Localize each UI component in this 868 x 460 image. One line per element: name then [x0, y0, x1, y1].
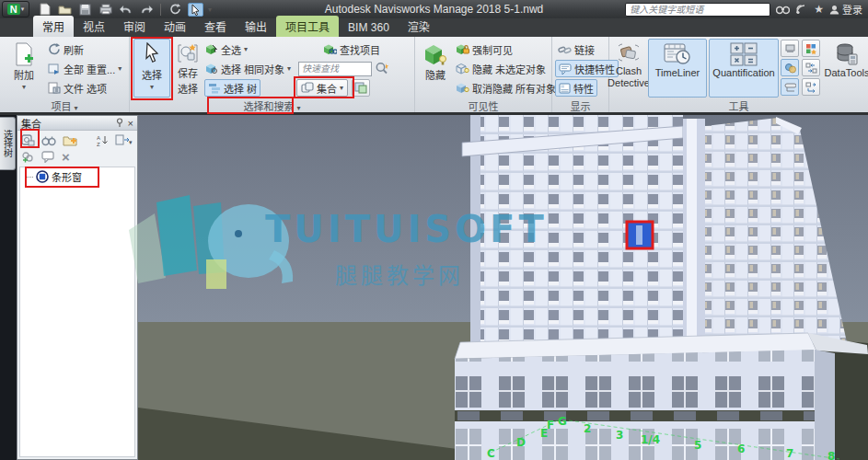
reset-all-button[interactable]: 全部 重置...▾: [48, 60, 122, 77]
sort-button[interactable]: AZ: [97, 134, 110, 148]
appearance-tool-button[interactable]: [781, 59, 799, 76]
select-button[interactable]: 选择▾: [133, 39, 170, 98]
grid-label: 2: [584, 422, 591, 435]
redo-button[interactable]: [138, 3, 154, 17]
selected-window[interactable]: [627, 222, 653, 248]
satellite-icon: [795, 4, 808, 15]
undo-icon: [120, 5, 133, 15]
save-selection-button[interactable]: 保存 选择: [173, 39, 203, 98]
tree-item-set[interactable]: 条形窗: [20, 167, 134, 186]
navisworks-window: N▾ ▾ Autodesk Navisworks Manage 2018 5-1…: [0, 0, 868, 460]
comment-button[interactable]: [41, 151, 55, 165]
app-grid-icon: [805, 43, 817, 54]
group-label-display: 显示: [552, 98, 608, 111]
appearance-profiler-button[interactable]: [352, 79, 370, 97]
selection-tree-button[interactable]: 选择 树: [204, 79, 260, 97]
links-button[interactable]: 链接: [558, 40, 595, 58]
communication-center-button[interactable]: [795, 4, 808, 15]
select-all-icon: [204, 43, 218, 55]
grid-label: C: [487, 447, 495, 460]
tab-4[interactable]: 查看: [195, 16, 236, 37]
open-button[interactable]: [57, 3, 73, 17]
file-options-button[interactable]: 文件 选项: [48, 79, 107, 97]
panel-display: 链接 快捷特性 特性 显示: [552, 37, 609, 112]
sign-in-button[interactable]: 登录: [829, 2, 862, 17]
file-options-icon: [48, 82, 61, 94]
quantification-button[interactable]: Quantification: [709, 39, 779, 98]
add-copy-button[interactable]: [21, 151, 35, 165]
select-all-button[interactable]: 全选▾: [204, 40, 248, 58]
autodesk-rendering-button[interactable]: [781, 40, 799, 57]
find-items-icon: [323, 43, 337, 55]
shapes-icon: [784, 63, 796, 74]
quick-find-input[interactable]: [298, 62, 372, 76]
grid-label: 7: [786, 447, 793, 460]
tab-6[interactable]: 项目工具: [276, 16, 339, 37]
save-button[interactable]: [77, 3, 93, 17]
scripter-button[interactable]: [781, 78, 799, 96]
hide-unselected-button[interactable]: 隐藏 未选定对象: [456, 60, 546, 77]
select-tool-qat-button[interactable]: [188, 3, 203, 17]
import-export-button[interactable]: ▾: [115, 134, 133, 148]
group-label-project[interactable]: 项目 ▾: [0, 98, 129, 111]
search-input[interactable]: [625, 3, 770, 17]
new-button[interactable]: [37, 3, 52, 17]
exchange-apps-button[interactable]: [776, 4, 790, 15]
tree-branch-line: [25, 177, 33, 178]
svg-text:Z: Z: [97, 142, 100, 146]
undo-button[interactable]: [118, 3, 133, 17]
sets-panel-header[interactable]: 集合 ×: [17, 116, 137, 131]
redo-icon: [140, 5, 153, 15]
new-file-icon: [40, 3, 51, 16]
batch-utility-button[interactable]: [802, 78, 820, 96]
tab-1[interactable]: 视点: [74, 16, 114, 37]
require-button[interactable]: 强制可见: [456, 40, 513, 58]
links-icon: [558, 44, 572, 55]
panel-project: 附加▾ 刷新 全部 重置...▾ 文件 选项 项目 ▾: [0, 37, 130, 112]
tab-8[interactable]: 渲染: [399, 16, 439, 37]
refresh-button[interactable]: 刷新: [48, 40, 84, 58]
properties-button[interactable]: 特性: [555, 79, 597, 97]
timeliner-button[interactable]: TimeLiner: [648, 39, 707, 98]
group-label-visibility: 可见性: [415, 98, 551, 111]
compare-button[interactable]: [802, 59, 820, 76]
sets-dropdown-button[interactable]: 集合▾: [296, 79, 348, 97]
pin-icon[interactable]: [115, 118, 124, 129]
grid-label: D: [516, 436, 526, 449]
close-icon[interactable]: ×: [128, 118, 133, 129]
tab-0[interactable]: 常用: [33, 16, 74, 37]
user-icon: [829, 5, 839, 15]
qat-dropdown[interactable]: ▾: [208, 6, 212, 14]
append-button[interactable]: 附加▾: [7, 39, 41, 98]
new-folder-button[interactable]: [63, 134, 77, 148]
hide-button[interactable]: 隐藏: [419, 39, 452, 98]
panel-visibility: 隐藏 强制可见 隐藏 未选定对象 取消隐藏 所有对象▾ 可见性: [415, 37, 552, 112]
unhide-all-button[interactable]: 取消隐藏 所有对象▾: [456, 79, 562, 97]
tab-3[interactable]: 动画: [155, 16, 195, 37]
select-same-button[interactable]: 选择 相同对象▾: [204, 60, 291, 77]
save-selection-set-button[interactable]: [21, 133, 35, 148]
print-icon: [99, 4, 112, 15]
find-set-button[interactable]: [41, 134, 56, 148]
favorites-button[interactable]: ★: [814, 3, 824, 16]
print-button[interactable]: [98, 3, 113, 17]
delete-set-button[interactable]: ×: [62, 153, 70, 162]
save-selection-icon: [177, 42, 199, 64]
app-manager-button[interactable]: [802, 40, 820, 57]
selection-tree-dock-tab[interactable]: 选择树: [0, 117, 16, 170]
refresh-button-qat[interactable]: [168, 3, 183, 17]
group-label-select-search[interactable]: 选择和搜索 ▾: [130, 98, 414, 111]
tab-5[interactable]: 输出: [236, 16, 276, 37]
viewport-3d[interactable]: CDEFG231/45678: [138, 115, 868, 460]
tree-item-label: 条形窗: [52, 169, 82, 184]
quick-find-button[interactable]: [375, 62, 389, 75]
datatools-button[interactable]: DataTools: [827, 39, 867, 98]
clash-detective-button[interactable]: Clash Detective: [611, 39, 646, 98]
tab-2[interactable]: 审阅: [114, 16, 155, 37]
refresh-icon: [48, 43, 61, 55]
find-items-button[interactable]: 查找项目: [323, 40, 380, 58]
unhide-all-icon: [456, 82, 469, 94]
app-menu-button[interactable]: N▾: [2, 1, 29, 17]
toolbar-separator: [160, 4, 161, 16]
tab-7[interactable]: BIM 360: [339, 18, 399, 37]
